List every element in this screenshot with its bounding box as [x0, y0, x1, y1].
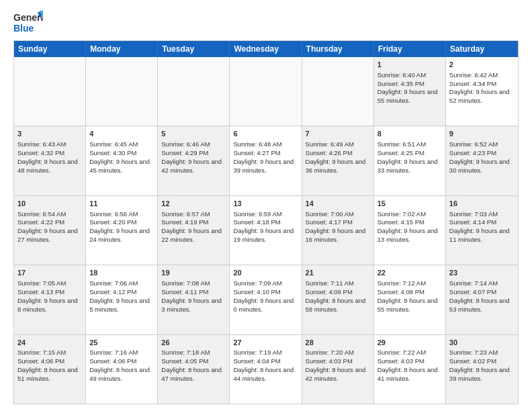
day-number: 30	[449, 338, 515, 348]
day-info-line: Sunrise: 7:16 AM	[89, 349, 154, 357]
day-info-line: Sunrise: 6:51 AM	[378, 140, 442, 149]
day-info-line: Sunrise: 7:12 AM	[378, 279, 442, 288]
day-number: 14	[306, 199, 370, 209]
day-number: 2	[449, 60, 515, 70]
day-info-line: Sunrise: 7:08 AM	[161, 279, 226, 288]
day-cell-13: 13Sunrise: 6:59 AMSunset: 4:18 PMDayligh…	[230, 196, 302, 265]
day-info-line: Sunset: 4:07 PM	[449, 288, 515, 297]
day-number: 25	[89, 338, 154, 348]
day-info-line: Daylight: 8 hours and 39 minutes.	[449, 366, 515, 383]
day-info-line: Sunset: 4:06 PM	[89, 357, 154, 366]
day-info-line: Sunrise: 6:49 AM	[306, 140, 370, 149]
header-day-thursday: Thursday	[302, 41, 374, 57]
day-number: 24	[17, 338, 82, 348]
day-info-line: Sunset: 4:14 PM	[449, 218, 515, 227]
header-day-saturday: Saturday	[446, 41, 518, 57]
day-info-line: Sunrise: 6:54 AM	[17, 210, 82, 219]
day-info-line: Sunrise: 6:52 AM	[449, 140, 515, 149]
day-info-line: Sunset: 4:23 PM	[449, 149, 515, 158]
day-info-line: Sunrise: 6:45 AM	[89, 140, 154, 149]
day-info-line: Sunrise: 7:02 AM	[378, 210, 442, 219]
day-info-line: Daylight: 9 hours and 52 minutes.	[449, 88, 515, 105]
day-info-line: Sunset: 4:11 PM	[161, 288, 226, 297]
day-number: 17	[17, 268, 82, 278]
svg-text:Blue: Blue	[13, 23, 34, 34]
day-info-line: Sunset: 4:13 PM	[17, 288, 82, 297]
day-info-line: Sunrise: 6:43 AM	[17, 140, 82, 149]
day-info-line: Daylight: 8 hours and 44 minutes.	[233, 366, 298, 383]
day-info-line: Daylight: 8 hours and 49 minutes.	[89, 366, 154, 383]
calendar-week-2: 3Sunrise: 6:43 AMSunset: 4:32 PMDaylight…	[14, 126, 518, 195]
day-info-line: Daylight: 9 hours and 13 minutes.	[378, 227, 442, 244]
day-info-line: Sunrise: 7:05 AM	[17, 279, 82, 288]
day-number: 21	[306, 268, 370, 278]
day-cell-9: 9Sunrise: 6:52 AMSunset: 4:23 PMDaylight…	[446, 126, 518, 195]
day-info-line: Sunset: 4:35 PM	[378, 80, 442, 89]
day-info-line: Sunset: 4:26 PM	[306, 149, 370, 158]
day-info-line: Sunrise: 7:14 AM	[449, 279, 515, 288]
day-info-line: Daylight: 9 hours and 5 minutes.	[89, 297, 154, 314]
day-cell-24: 24Sunrise: 7:15 AMSunset: 4:06 PMDayligh…	[14, 335, 86, 404]
day-cell-3: 3Sunrise: 6:43 AMSunset: 4:32 PMDaylight…	[14, 126, 86, 195]
day-number: 6	[233, 129, 298, 139]
day-info-line: Daylight: 8 hours and 51 minutes.	[17, 366, 82, 383]
day-info-line: Daylight: 8 hours and 53 minutes.	[449, 297, 515, 314]
day-info-line: Sunrise: 7:20 AM	[306, 349, 370, 357]
day-info-line: Daylight: 8 hours and 55 minutes.	[378, 297, 442, 314]
day-number: 1	[378, 60, 442, 70]
day-info-line: Sunrise: 7:03 AM	[449, 210, 515, 219]
day-info-line: Sunset: 4:27 PM	[233, 149, 298, 158]
calendar-week-1: 1Sunrise: 6:40 AMSunset: 4:35 PMDaylight…	[14, 57, 518, 126]
day-info-line: Sunrise: 7:23 AM	[449, 349, 515, 357]
day-info-line: Sunset: 4:04 PM	[233, 357, 298, 366]
day-cell-23: 23Sunrise: 7:14 AMSunset: 4:07 PMDayligh…	[446, 265, 518, 334]
day-cell-16: 16Sunrise: 7:03 AMSunset: 4:14 PMDayligh…	[446, 196, 518, 265]
day-cell-11: 11Sunrise: 6:56 AMSunset: 4:20 PMDayligh…	[86, 196, 158, 265]
day-number: 19	[161, 268, 226, 278]
day-info-line: Daylight: 9 hours and 16 minutes.	[306, 227, 370, 244]
day-info-line: Sunrise: 6:40 AM	[378, 71, 442, 80]
day-cell-22: 22Sunrise: 7:12 AMSunset: 4:08 PMDayligh…	[374, 265, 446, 334]
day-info-line: Sunrise: 7:18 AM	[161, 349, 226, 357]
day-number: 22	[378, 268, 442, 278]
day-cell-10: 10Sunrise: 6:54 AMSunset: 4:22 PMDayligh…	[14, 196, 86, 265]
day-info-line: Daylight: 9 hours and 30 minutes.	[449, 158, 515, 175]
day-cell-21: 21Sunrise: 7:11 AMSunset: 4:09 PMDayligh…	[302, 265, 374, 334]
day-info-line: Sunrise: 7:11 AM	[306, 279, 370, 288]
day-cell-4: 4Sunrise: 6:45 AMSunset: 4:30 PMDaylight…	[86, 126, 158, 195]
day-cell-25: 25Sunrise: 7:16 AMSunset: 4:06 PMDayligh…	[86, 335, 158, 404]
day-number: 12	[161, 199, 226, 209]
day-info-line: Daylight: 8 hours and 58 minutes.	[306, 297, 370, 314]
day-cell-17: 17Sunrise: 7:05 AMSunset: 4:13 PMDayligh…	[14, 265, 86, 334]
header-day-tuesday: Tuesday	[158, 41, 230, 57]
day-number: 18	[89, 268, 154, 278]
day-cell-1: 1Sunrise: 6:40 AMSunset: 4:35 PMDaylight…	[374, 57, 446, 126]
day-cell-30: 30Sunrise: 7:23 AMSunset: 4:02 PMDayligh…	[446, 335, 518, 404]
header-day-friday: Friday	[374, 41, 446, 57]
day-info-line: Sunset: 4:03 PM	[306, 357, 370, 366]
day-info-line: Daylight: 9 hours and 3 minutes.	[161, 297, 226, 314]
day-info-line: Sunset: 4:25 PM	[378, 149, 442, 158]
day-info-line: Sunrise: 7:09 AM	[233, 279, 298, 288]
day-cell-6: 6Sunrise: 6:48 AMSunset: 4:27 PMDaylight…	[230, 126, 302, 195]
header-day-sunday: Sunday	[14, 41, 86, 57]
page: General Blue SundayMondayTuesdayWednesda…	[0, 0, 532, 411]
day-info-line: Sunset: 4:30 PM	[89, 149, 154, 158]
day-number: 4	[89, 129, 154, 139]
day-cell-12: 12Sunrise: 6:57 AMSunset: 4:19 PMDayligh…	[158, 196, 230, 265]
day-number: 10	[17, 199, 82, 209]
day-number: 23	[449, 268, 515, 278]
day-info-line: Sunset: 4:03 PM	[378, 357, 442, 366]
day-info-line: Sunrise: 7:22 AM	[378, 349, 442, 357]
empty-cell	[86, 57, 158, 126]
logo: General Blue	[13, 11, 43, 35]
day-info-line: Sunset: 4:18 PM	[233, 218, 298, 227]
day-number: 20	[233, 268, 298, 278]
day-info-line: Sunset: 4:20 PM	[89, 218, 154, 227]
day-info-line: Daylight: 9 hours and 11 minutes.	[449, 227, 515, 244]
day-info-line: Sunset: 4:32 PM	[17, 149, 82, 158]
day-info-line: Sunset: 4:29 PM	[161, 149, 226, 158]
day-info-line: Daylight: 8 hours and 41 minutes.	[378, 366, 442, 383]
day-info-line: Daylight: 9 hours and 55 minutes.	[378, 88, 442, 105]
day-info-line: Daylight: 9 hours and 33 minutes.	[378, 158, 442, 175]
